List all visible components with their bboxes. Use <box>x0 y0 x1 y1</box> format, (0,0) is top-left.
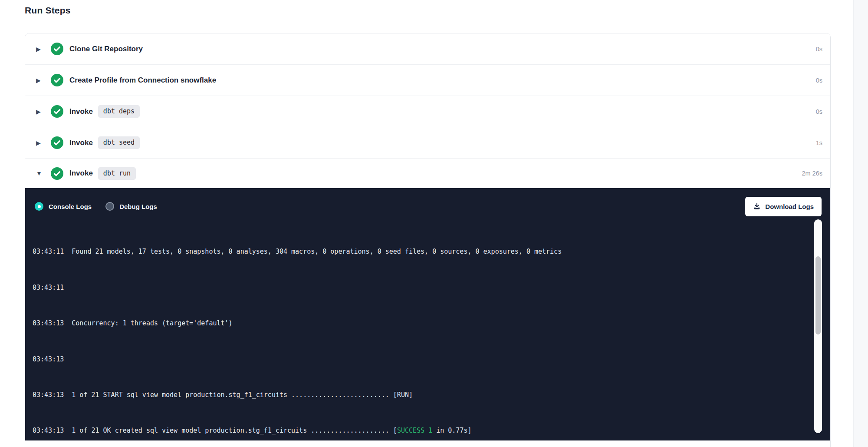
step-duration: 2m 26s <box>802 170 822 177</box>
log-line: 03:43:13 1 of 21 START sql view model pr… <box>33 391 811 400</box>
page-title: Run Steps <box>25 5 71 16</box>
step-command-badge: dbt run <box>98 167 136 180</box>
check-circle-icon <box>51 105 63 118</box>
run-step-row[interactable]: ▶ Clone Git Repository 0s <box>25 33 830 65</box>
download-logs-button[interactable]: Download Logs <box>745 197 822 216</box>
log-scrollbar-thumb[interactable] <box>815 256 821 334</box>
run-steps-card: ▶ Clone Git Repository 0s ▶ Create Profi… <box>25 33 831 447</box>
caret-icon[interactable]: ▶ <box>36 140 51 146</box>
log-line: 03:43:11 Found 21 models, 17 tests, 0 sn… <box>33 247 811 256</box>
check-circle-icon <box>51 43 63 55</box>
log-panel: Console Logs Debug Logs Download Logs 03… <box>25 188 830 440</box>
caret-icon[interactable]: ▶ <box>36 46 51 52</box>
console-log-output[interactable]: 03:43:11 Found 21 models, 17 tests, 0 sn… <box>25 215 811 435</box>
radio-unselected-icon[interactable] <box>105 202 114 211</box>
step-duration: 1s <box>816 139 822 146</box>
download-logs-label: Download Logs <box>765 203 814 210</box>
log-scrollbar-track[interactable] <box>814 219 822 433</box>
step-label: Invoke <box>69 107 93 116</box>
log-line: 03:43:13 <box>33 355 811 364</box>
download-icon <box>753 202 761 210</box>
caret-icon[interactable]: ▶ <box>36 109 51 115</box>
log-line: 03:43:13 1 of 21 OK created sql view mod… <box>33 426 811 435</box>
steps-list: ▶ Clone Git Repository 0s ▶ Create Profi… <box>25 33 830 188</box>
step-command-badge: dbt seed <box>98 136 140 149</box>
run-step-row[interactable]: ▼ Invoke dbt run 2m 26s <box>25 159 830 188</box>
step-label: Create Profile from Connection snowflake <box>69 76 216 85</box>
step-duration: 0s <box>816 46 822 53</box>
debug-logs-label: Debug Logs <box>119 203 157 210</box>
caret-icon[interactable]: ▶ <box>36 77 51 83</box>
page-gutter <box>853 0 868 447</box>
run-step-row[interactable]: ▶ Create Profile from Connection snowfla… <box>25 65 830 96</box>
caret-icon[interactable]: ▼ <box>36 170 51 176</box>
step-label: Invoke <box>69 139 93 147</box>
run-step-row[interactable]: ▶ Invoke dbt seed 1s <box>25 127 830 159</box>
console-logs-label: Console Logs <box>49 203 92 210</box>
debug-logs-radio-option[interactable]: Debug Logs <box>105 202 157 211</box>
step-duration: 0s <box>816 108 822 115</box>
log-line: 03:43:11 <box>33 283 811 292</box>
log-lines: 03:43:11 Found 21 models, 17 tests, 0 sn… <box>33 229 811 435</box>
console-logs-radio-option[interactable]: Console Logs <box>35 202 92 211</box>
run-step-row[interactable]: ▶ Invoke dbt deps 0s <box>25 96 830 127</box>
step-duration: 0s <box>816 77 822 84</box>
check-circle-icon <box>51 136 63 149</box>
log-line: 03:43:13 Concurrency: 1 threads (target=… <box>33 319 811 328</box>
radio-selected-icon[interactable] <box>35 202 43 211</box>
check-circle-icon <box>51 74 63 86</box>
step-command-badge: dbt deps <box>98 105 140 118</box>
check-circle-icon <box>51 167 63 180</box>
step-label: Invoke <box>69 169 93 178</box>
step-label: Clone Git Repository <box>69 45 143 53</box>
